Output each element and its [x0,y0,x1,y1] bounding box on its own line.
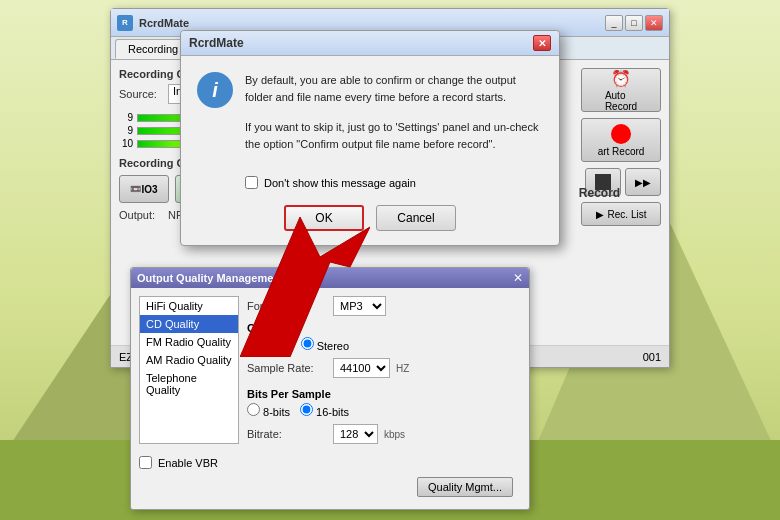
dont-show-label: Don't show this message again [264,177,416,189]
dialog-close-button[interactable]: ✕ [533,35,551,51]
dialog-titlebar: RcrdMate ✕ [181,31,559,56]
dialog-text-1: By default, you are able to confirm or c… [245,72,543,105]
dialog-text-2: If you want to skip it, just go to 'Sett… [245,119,543,152]
dont-show-checkbox[interactable] [245,176,258,189]
cancel-button[interactable]: Cancel [376,205,456,231]
dialog-overlay: RcrdMate ✕ i By default, you are able to… [0,0,780,520]
dialog-body: i By default, you are able to confirm or… [181,56,559,168]
red-arrow [240,217,370,360]
svg-marker-0 [240,217,370,357]
dialog-checkbox-row: Don't show this message again [181,168,559,197]
dialog-buttons: OK Cancel [181,197,559,245]
dialog-text-container: By default, you are able to confirm or c… [245,72,543,152]
dialog-title: RcrdMate [189,36,244,50]
rcrdmate-dialog: RcrdMate ✕ i By default, you are able to… [180,30,560,246]
info-icon: i [197,72,233,108]
